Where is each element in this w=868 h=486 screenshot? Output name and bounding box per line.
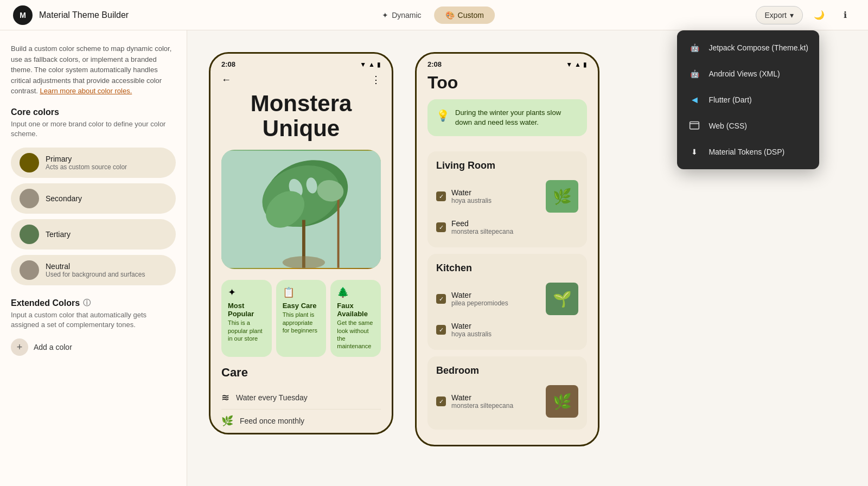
- care-feed-text: Feed once monthly: [240, 417, 304, 425]
- feature-card-easy-care: 📋 Easy Care This plant is appropriate fo…: [276, 280, 327, 356]
- plant-title: MonsteraUnique: [210, 91, 392, 141]
- dropdown-item-material-tokens[interactable]: ⬇ Material Tokens (DSP): [677, 139, 819, 165]
- checkbox-4[interactable]: ✓: [436, 325, 446, 335]
- dropdown-item-web-css[interactable]: Web (CSS): [677, 113, 819, 139]
- export-button[interactable]: Export ▾: [756, 6, 803, 24]
- plant-svg: [221, 150, 381, 269]
- room-item-water-hoya: ✓ Water hoya australis 🌿: [436, 177, 578, 216]
- room-item-title-2: Feed: [451, 219, 578, 228]
- faux-desc: Get the same look without the maintenanc…: [337, 319, 374, 350]
- info-button[interactable]: ℹ: [835, 5, 855, 25]
- add-color-button[interactable]: + Add a color: [11, 338, 72, 356]
- nav-tabs: ✦ Dynamic 🎨 Custom: [373, 7, 495, 24]
- room-item-water-pilea: ✓ Water pilea peperomiodes 🌱: [436, 279, 578, 318]
- more-button[interactable]: ⋮: [371, 74, 381, 86]
- room-item-water-hoya-kitchen: ✓ Water hoya australis: [436, 318, 578, 341]
- room-item-title-4: Water: [451, 322, 578, 330]
- room-item-title-3: Water: [451, 291, 540, 299]
- sidebar: Build a custom color scheme to map dynam…: [0, 30, 187, 486]
- tertiary-color-dot: [20, 225, 39, 244]
- info-icon: ℹ: [844, 10, 847, 20]
- palette-icon: 🎨: [445, 11, 455, 20]
- plant-decoration-1: 🌿: [546, 180, 578, 213]
- tertiary-color-chip[interactable]: Tertiary: [11, 219, 176, 250]
- room-item-subtitle-3: pilea peperomiodes: [451, 299, 540, 307]
- dropdown-item-flutter[interactable]: ◄ Flutter (Dart): [677, 87, 819, 113]
- kitchen-card: Kitchen ✓ Water pilea peperomiodes 🌱 ✓ W…: [427, 254, 587, 350]
- header-actions: Export ▾ 🌙 ℹ: [756, 5, 855, 25]
- popular-title: Most Popular: [228, 302, 265, 318]
- room-item-subtitle-5: monstera siltepecana: [451, 402, 540, 410]
- living-room-section: Living Room ✓ Water hoya australis 🌿 ✓ F…: [417, 143, 598, 445]
- bedroom-title: Bedroom: [436, 365, 578, 376]
- chevron-down-icon: ▾: [790, 11, 794, 20]
- secondary-color-dot: [20, 189, 39, 208]
- tertiary-label: Tertiary: [46, 230, 71, 239]
- moon-icon: 🌙: [814, 10, 825, 20]
- dark-mode-button[interactable]: 🌙: [809, 5, 829, 25]
- core-colors-title: Core colors: [11, 107, 176, 117]
- care-item-feed: 🌿 Feed once monthly: [221, 410, 381, 433]
- android-icon-2: 🤖: [688, 67, 701, 80]
- neutral-color-chip[interactable]: Neutral Used for background and surfaces: [11, 255, 176, 285]
- learn-more-link[interactable]: Learn more about color roles.: [40, 87, 132, 95]
- neutral-desc: Used for background and surfaces: [46, 271, 145, 278]
- feature-card-faux: 🌲 Faux Available Get the same look witho…: [330, 280, 381, 356]
- room-item-water-monstera-bedroom: ✓ Water monstera siltepecana 🌿: [436, 382, 578, 421]
- secondary-color-chip[interactable]: Secondary: [11, 183, 176, 214]
- wifi-icon: ▼: [360, 61, 366, 68]
- sparkle-icon: ✦: [382, 11, 388, 20]
- secondary-label: Secondary: [46, 194, 82, 203]
- android-icon-1: 🤖: [688, 41, 701, 54]
- back-button[interactable]: ←: [221, 74, 231, 86]
- easy-care-desc: This plant is appropriate for beginners: [283, 311, 320, 334]
- faux-title: Faux Available: [337, 302, 374, 318]
- checkbox-1[interactable]: ✓: [436, 191, 446, 201]
- easy-care-title: Easy Care: [283, 302, 320, 310]
- primary-label: Primary: [46, 155, 127, 163]
- dropdown-item-android-views[interactable]: 🤖 Android Views (XML): [677, 61, 819, 87]
- custom-tab[interactable]: 🎨 Custom: [435, 7, 495, 24]
- neutral-label: Neutral: [46, 262, 145, 271]
- wifi-icon-2: ▼: [566, 61, 572, 68]
- room-item-title-5: Water: [451, 393, 540, 402]
- tip-text: During the winter your plants slow down …: [455, 108, 578, 127]
- room-item-feed-monstera: ✓ Feed monstera siltepecana: [436, 216, 578, 239]
- phone-preview-2: 2:08 ▼ ▲ ▮ Too 💡 During the winter your …: [415, 52, 599, 446]
- battery-icon: ▮: [377, 61, 381, 68]
- svg-point-10: [283, 257, 325, 270]
- easy-care-icon: 📋: [283, 286, 320, 298]
- phone-preview-1: 2:08 ▼ ▲ ▮ ← ⋮ MonsteraUnique: [209, 52, 393, 434]
- feed-icon: 🌿: [221, 415, 233, 427]
- living-room-card: Living Room ✓ Water hoya australis 🌿 ✓ F…: [427, 151, 587, 247]
- care-section: Care ≋ Water every Tuesday 🌿 Feed once m…: [210, 366, 392, 433]
- checkbox-2[interactable]: ✓: [436, 222, 446, 232]
- export-dropdown: 🤖 Jetpack Compose (Theme.kt) 🤖 Android V…: [677, 30, 819, 169]
- phone1-status-bar: 2:08 ▼ ▲ ▮: [210, 54, 392, 68]
- dynamic-tab[interactable]: ✦ Dynamic: [373, 7, 430, 24]
- phone2-screen-title: Too: [417, 68, 598, 93]
- living-room-title: Living Room: [436, 160, 578, 171]
- checkbox-3[interactable]: ✓: [436, 294, 446, 304]
- logo: M: [13, 5, 33, 25]
- room-item-title-1: Water: [451, 188, 540, 197]
- plant-image: [221, 150, 381, 269]
- checkbox-5[interactable]: ✓: [436, 397, 446, 406]
- battery-icon-2: ▮: [583, 61, 587, 68]
- room-item-subtitle-1: hoya australis: [451, 197, 540, 204]
- plant-decoration-2: 🌱: [546, 283, 578, 315]
- signal-icon: ▲: [368, 61, 375, 68]
- sidebar-description: Build a custom color scheme to map dynam…: [11, 43, 176, 97]
- browser-icon: [688, 119, 701, 132]
- header: M Material Theme Builder ✦ Dynamic 🎨 Cus…: [0, 0, 868, 30]
- primary-color-dot: [20, 153, 39, 172]
- care-water-text: Water every Tuesday: [236, 393, 308, 402]
- dropdown-item-jetpack[interactable]: 🤖 Jetpack Compose (Theme.kt): [677, 35, 819, 61]
- bedroom-card: Bedroom ✓ Water monstera siltepecana 🌿: [427, 356, 587, 430]
- lightbulb-icon: 💡: [436, 109, 450, 127]
- plant-decoration-3: 🌿: [546, 385, 578, 418]
- neutral-color-dot: [20, 260, 39, 280]
- primary-color-chip[interactable]: Primary Acts as custom source color: [11, 148, 176, 178]
- water-icon: ≋: [221, 392, 229, 404]
- phone1-nav-bar: ← ⋮: [210, 68, 392, 91]
